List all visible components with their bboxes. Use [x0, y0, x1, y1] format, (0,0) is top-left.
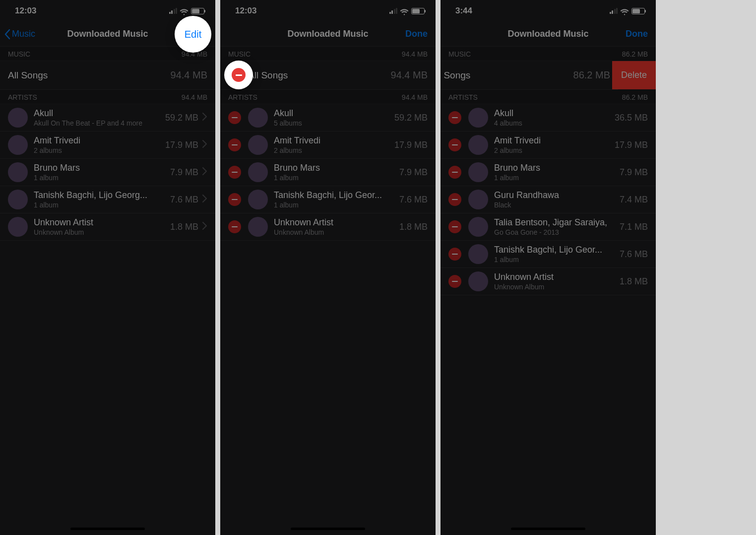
artist-avatar: [248, 217, 268, 237]
section-header-artists: ARTISTS94.4 MB: [0, 90, 215, 104]
all-songs-row[interactable]: All Songs 94.4 MB: [0, 61, 215, 90]
artist-size: 7.6 MB: [170, 195, 198, 205]
home-indicator[interactable]: [70, 528, 145, 530]
artist-avatar: [468, 135, 488, 155]
status-time: 12:03: [15, 6, 36, 16]
artist-avatar: [468, 244, 488, 264]
all-songs-label: All Songs: [441, 70, 569, 81]
artist-row[interactable]: Guru Randhawa Black 7.4 MB: [441, 186, 656, 213]
delete-minus-icon[interactable]: [448, 166, 461, 179]
artist-size: 7.6 MB: [620, 249, 648, 260]
wifi-icon: [620, 8, 629, 14]
section-size: 94.4 MB: [182, 93, 207, 101]
section-size: 94.4 MB: [402, 50, 428, 58]
section-label: ARTISTS: [228, 93, 257, 101]
section-size: 86.2 MB: [622, 50, 648, 58]
delete-minus-icon[interactable]: [448, 220, 461, 233]
artist-row[interactable]: Amit Trivedi 2 albums 17.9 MB: [0, 132, 215, 159]
artist-size: 59.2 MB: [394, 113, 428, 123]
delete-minus-icon[interactable]: [448, 111, 461, 124]
artist-row[interactable]: Unknown Artist Unknown Album 1.8 MB: [220, 213, 436, 241]
artist-row[interactable]: Bruno Mars 1 album 7.9 MB: [220, 159, 436, 186]
delete-button[interactable]: Delete: [612, 61, 656, 89]
page-title: Downloaded Music: [67, 29, 148, 39]
delete-minus-icon[interactable]: [448, 193, 461, 206]
artist-row[interactable]: Akull 5 albums 59.2 MB: [220, 104, 436, 132]
artist-name: Tanishk Bagchi, Lijo Geor...: [494, 245, 616, 255]
artist-row[interactable]: Bruno Mars 1 album 7.9 MB: [441, 159, 656, 186]
nav-bar: Downloaded Music Done: [441, 22, 656, 47]
artist-avatar: [8, 217, 28, 237]
all-songs-size: 86.2 MB: [573, 69, 610, 81]
all-songs-row[interactable]: All Songs 86.2 MBDelete: [441, 61, 618, 90]
section-header-music: MUSIC94.4 MB: [220, 47, 436, 61]
artist-subtitle: Akull On The Beat - EP and 4 more: [34, 119, 161, 127]
page-title: Downloaded Music: [507, 29, 588, 39]
artist-row[interactable]: Akull Akull On The Beat - EP and 4 more …: [0, 104, 215, 132]
artist-avatar: [468, 217, 488, 237]
artist-row[interactable]: Unknown Artist Unknown Album 1.8 MB: [441, 268, 656, 295]
done-button[interactable]: Done: [405, 29, 428, 39]
highlight-label: Edit: [185, 29, 201, 40]
artist-subtitle: 1 album: [274, 201, 395, 209]
artist-avatar: [468, 108, 488, 128]
artist-row[interactable]: Amit Trivedi 2 albums 17.9 MB: [441, 132, 656, 159]
artist-row[interactable]: Bruno Mars 1 album 7.9 MB: [0, 159, 215, 186]
delete-minus-icon[interactable]: [448, 248, 461, 261]
artist-row[interactable]: Amit Trivedi 2 albums 17.9 MB: [220, 132, 436, 159]
page-title: Downloaded Music: [287, 29, 368, 39]
artist-size: 59.2 MB: [165, 113, 198, 123]
battery-icon: [411, 8, 425, 14]
artist-row[interactable]: Akull 4 albums 36.5 MB: [441, 104, 656, 132]
artist-subtitle: 5 albums: [274, 119, 390, 127]
artist-name: Akull: [494, 108, 611, 119]
delete-minus-icon[interactable]: [228, 220, 241, 233]
artist-size: 17.9 MB: [165, 140, 198, 150]
artist-subtitle: Unknown Album: [494, 283, 616, 291]
artist-subtitle: Unknown Album: [34, 228, 166, 236]
battery-icon: [191, 8, 204, 14]
artist-row[interactable]: Tanishk Bagchi, Lijo Georg... 1 album 7.…: [0, 186, 215, 213]
artist-name: Unknown Artist: [34, 217, 166, 228]
artist-avatar: [8, 190, 28, 209]
delete-minus-icon[interactable]: [228, 193, 241, 206]
artist-subtitle: 1 album: [34, 201, 166, 209]
status-time: 12:03: [235, 6, 256, 16]
artist-name: Talia Bentson, Jigar Saraiya,: [494, 217, 616, 228]
artist-name: Amit Trivedi: [274, 135, 390, 146]
artist-name: Unknown Artist: [274, 217, 395, 228]
artist-row[interactable]: Unknown Artist Unknown Album 1.8 MB: [0, 213, 215, 241]
home-indicator[interactable]: [291, 528, 365, 530]
delete-minus-icon[interactable]: [448, 138, 461, 151]
artist-subtitle: Go Goa Gone - 2013: [494, 228, 616, 236]
artist-size: 17.9 MB: [394, 140, 428, 150]
section-size: 86.2 MB: [622, 93, 648, 101]
battery-icon: [631, 8, 645, 14]
section-label: MUSIC: [448, 50, 471, 58]
artist-row[interactable]: Tanishk Bagchi, Lijo Geor... 1 album 7.6…: [441, 241, 656, 268]
delete-minus-icon[interactable]: [228, 138, 241, 151]
delete-minus-icon[interactable]: [228, 166, 241, 179]
artist-name: Bruno Mars: [34, 163, 166, 173]
artist-name: Akull: [274, 108, 390, 119]
wifi-icon: [400, 8, 409, 14]
delete-minus-icon[interactable]: [448, 275, 461, 288]
artist-name: Bruno Mars: [274, 163, 395, 173]
artist-subtitle: 4 albums: [494, 119, 611, 127]
artist-subtitle: 1 album: [494, 174, 616, 182]
back-button[interactable]: Music: [4, 29, 35, 40]
artist-row[interactable]: Tanishk Bagchi, Lijo Geor... 1 album 7.6…: [220, 186, 436, 213]
cellular-icon: [389, 8, 398, 14]
delete-minus-icon[interactable]: [228, 111, 241, 124]
chevron-right-icon: [202, 195, 207, 204]
artist-subtitle: 2 albums: [274, 146, 390, 154]
artist-size: 7.1 MB: [620, 222, 648, 232]
section-label: ARTISTS: [448, 93, 478, 101]
artist-subtitle: 2 albums: [494, 146, 611, 154]
artist-row[interactable]: Talia Bentson, Jigar Saraiya, Go Goa Gon…: [441, 213, 656, 241]
all-songs-size: 94.4 MB: [391, 69, 428, 81]
wifi-icon: [180, 8, 189, 14]
home-indicator[interactable]: [511, 528, 585, 530]
cellular-icon: [169, 8, 178, 14]
done-button[interactable]: Done: [626, 29, 648, 39]
